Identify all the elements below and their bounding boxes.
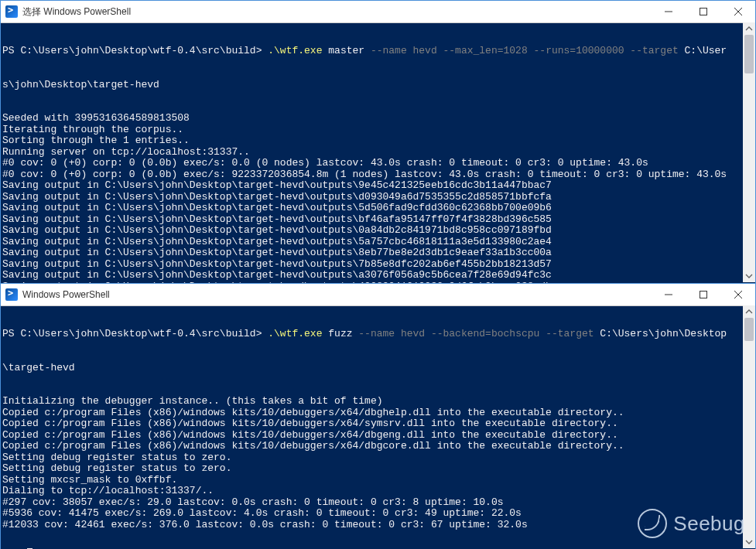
output-line: Saving output in C:\Users\john\Desktop\t… bbox=[2, 225, 743, 237]
output-line: Saving output in C:\Users\john\Desktop\t… bbox=[2, 237, 743, 248]
cmd-cont: \target-hevd bbox=[2, 363, 743, 374]
terminal-output[interactable]: PS C:\Users\john\Desktop\wtf-0.4\src\bui… bbox=[1, 306, 755, 549]
svg-rect-5 bbox=[700, 292, 706, 298]
output-line: Iterating through the corpus.. bbox=[2, 124, 743, 136]
output-line: Saving output in C:\Users\john\Desktop\t… bbox=[2, 270, 743, 281]
cmd-tail: C:\User bbox=[679, 45, 727, 56]
scrollbar[interactable] bbox=[743, 305, 755, 548]
cmd-exe: .\wtf.exe bbox=[268, 328, 328, 339]
output-line: Copied c:/program Files (x86)/windows ki… bbox=[2, 430, 743, 442]
output-line: Saving output in C:\Users\john\Desktop\t… bbox=[2, 180, 743, 192]
scroll-thumb[interactable] bbox=[744, 318, 754, 341]
output-line: #5936 cov: 41475 exec/s: 269.0 lastcov: … bbox=[2, 508, 743, 520]
close-button[interactable] bbox=[720, 284, 755, 305]
output-line: Seeded with 3995316364589813508 bbox=[2, 113, 743, 124]
cmd-sub: master bbox=[328, 45, 371, 56]
svg-rect-1 bbox=[700, 9, 706, 15]
output-line: #297 cov: 38057 exec/s: 29.0 lastcov: 0.… bbox=[2, 497, 743, 509]
cmd-exe: .\wtf.exe bbox=[268, 45, 328, 56]
scroll-thumb[interactable] bbox=[744, 35, 754, 73]
cmd-cont: s\john\Desktop\target-hevd bbox=[2, 80, 743, 91]
cmd-sub: fuzz bbox=[328, 328, 358, 339]
scroll-up-button[interactable] bbox=[743, 22, 755, 35]
scroll-down-button[interactable] bbox=[743, 536, 755, 548]
prompt: PS C:\Users\john\Desktop\wtf-0.4\src\bui… bbox=[2, 45, 268, 56]
scroll-up-button[interactable] bbox=[743, 305, 755, 318]
output-line: #0 cov: 0 (+0) corp: 0 (0.0b) exec/s: 0.… bbox=[2, 158, 743, 169]
minimize-button[interactable] bbox=[651, 284, 686, 305]
output-line: Setting debug register status to zero. bbox=[2, 463, 743, 475]
output-line: Setting mxcsr_mask to 0xffbf. bbox=[2, 475, 743, 486]
output-line: Copied c:/program Files (x86)/windows ki… bbox=[2, 407, 743, 419]
output-line: #0 cov: 0 (+0) corp: 0 (0.0b) exec/s: 92… bbox=[2, 169, 743, 181]
output-line: Running server on tcp://localhost:31337.… bbox=[2, 147, 743, 159]
output-line: Setting debug register status to zero. bbox=[2, 452, 743, 464]
powershell-window-fuzz: Windows PowerShell PS C:\Users\john\Desk… bbox=[0, 283, 756, 549]
output-line: #12033 cov: 42461 exec/s: 376.0 lastcov:… bbox=[2, 520, 743, 531]
terminal-output[interactable]: PS C:\Users\john\Desktop\wtf-0.4\src\bui… bbox=[1, 23, 755, 284]
titlebar[interactable]: 选择 Windows PowerShell bbox=[1, 1, 755, 23]
scroll-track[interactable] bbox=[743, 318, 755, 536]
powershell-icon bbox=[5, 288, 18, 301]
output-line: Saving output in C:\Users\john\Desktop\t… bbox=[2, 203, 743, 214]
window-title: Windows PowerShell bbox=[22, 289, 651, 300]
minimize-button[interactable] bbox=[651, 1, 686, 22]
scrollbar[interactable] bbox=[743, 22, 755, 282]
output-line: Initializing the debugger instance.. (th… bbox=[2, 396, 743, 407]
prompt: PS C:\Users\john\Desktop\wtf-0.4\src\bui… bbox=[2, 328, 268, 339]
powershell-icon bbox=[5, 5, 18, 18]
maximize-button[interactable] bbox=[686, 1, 720, 22]
titlebar[interactable]: Windows PowerShell bbox=[1, 284, 755, 306]
output-line: Sorting through the 1 entries.. bbox=[2, 135, 743, 147]
window-title: 选择 Windows PowerShell bbox=[22, 5, 651, 19]
output-line: Copied c:/program Files (x86)/windows ki… bbox=[2, 441, 743, 452]
output-line: Saving output in C:\Users\john\Desktop\t… bbox=[2, 192, 743, 203]
scroll-track[interactable] bbox=[743, 35, 755, 270]
output-line: Copied c:/program Files (x86)/windows ki… bbox=[2, 418, 743, 430]
output-line: Saving output in C:\Users\john\Desktop\t… bbox=[2, 247, 743, 259]
output-line: Saving output in C:\Users\john\Desktop\t… bbox=[2, 259, 743, 271]
scroll-down-button[interactable] bbox=[743, 270, 755, 282]
close-button[interactable] bbox=[720, 1, 755, 22]
cmd-flags: --name hevd --max_len=1028 --runs=100000… bbox=[371, 45, 679, 56]
cmd-flags: --name hevd --backend=bochscpu --target bbox=[358, 328, 594, 339]
output-line: Dialing to tcp://localhost:31337/.. bbox=[2, 486, 743, 497]
maximize-button[interactable] bbox=[686, 284, 720, 305]
cmd-tail: C:\Users\john\Desktop bbox=[594, 328, 727, 339]
powershell-window-master: 选择 Windows PowerShell PS C:\Users\john\D… bbox=[0, 0, 756, 283]
output-line: Saving output in C:\Users\john\Desktop\t… bbox=[2, 214, 743, 226]
